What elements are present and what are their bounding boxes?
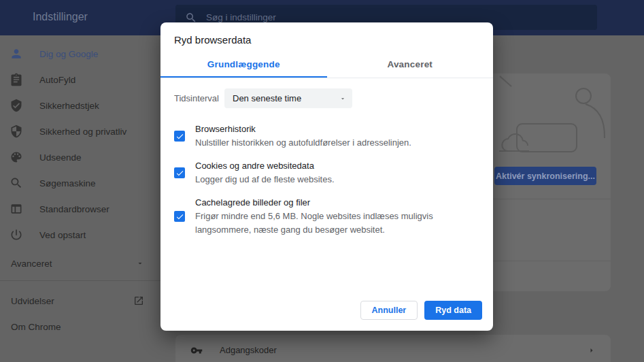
person-icon — [10, 47, 23, 61]
sidebar-divider — [0, 280, 163, 281]
time-range-value: Den seneste time — [233, 93, 301, 103]
sidebar-item-autofill[interactable]: AutoFyld — [0, 67, 163, 93]
cached-files-checkbox[interactable] — [174, 211, 185, 222]
cookies-row: Cookies og andre websitedata Logger dig … — [174, 159, 479, 186]
page-title: Indstillinger — [33, 11, 88, 23]
item-title: Browserhistorik — [195, 122, 411, 135]
sidebar-item-on-startup[interactable]: Ved opstart — [0, 222, 163, 248]
cookies-checkbox[interactable] — [174, 167, 185, 178]
cancel-button[interactable]: Annuller — [360, 301, 418, 320]
search-icon — [185, 12, 197, 24]
dialog-tabs: Grundlæggende Avanceret — [160, 53, 493, 78]
sidebar-item-search-engine[interactable]: Søgemaskine — [0, 170, 163, 196]
check-icon — [175, 169, 184, 178]
settings-sidebar: Dig og Google AutoFyld Sikkerhedstjek Si… — [0, 35, 163, 362]
item-description: Logger dig ud af de fleste websites. — [195, 173, 335, 186]
time-range-row: Tidsinterval Den seneste time — [174, 88, 479, 108]
search-engine-icon — [10, 176, 23, 190]
clear-data-button[interactable]: Ryd data — [424, 301, 482, 320]
check-icon — [175, 132, 184, 141]
privacy-shield-icon — [10, 125, 23, 138]
chevron-down-icon — [136, 259, 144, 267]
item-title: Cachelagrede billeder og filer — [195, 196, 467, 209]
item-description: Frigør mindre end 5,6 MB. Nogle websites… — [195, 210, 467, 237]
sidebar-item-safety-check[interactable]: Sikkerhedstjek — [0, 93, 163, 118]
sidebar-item-you-and-google[interactable]: Dig og Google — [0, 41, 163, 67]
chevron-right-icon — [588, 346, 596, 355]
passwords-label: Adgangskoder — [220, 345, 277, 355]
dialog-footer: Annuller Ryd data — [160, 291, 493, 331]
sidebar-item-privacy-security[interactable]: Sikkerhed og privatliv — [0, 118, 163, 144]
chrome-settings-screen: Indstillinger Søg i indstillinger Dig og… — [0, 0, 644, 362]
key-icon — [190, 344, 203, 357]
sync-illustration — [488, 73, 611, 162]
sidebar-item-default-browser[interactable]: Standardbrowser — [0, 196, 163, 222]
autofill-icon — [10, 73, 23, 86]
item-description: Nulstiller historikken og autofuldførels… — [195, 136, 411, 150]
passwords-row[interactable]: Adgangskoder — [175, 335, 611, 362]
item-title: Cookies og andre websitedata — [195, 159, 335, 172]
safety-check-icon — [10, 99, 23, 112]
dropdown-caret-icon — [339, 95, 346, 102]
cached-files-row: Cachelagrede billeder og filer Frigør mi… — [174, 196, 479, 237]
tab-advanced[interactable]: Avanceret — [327, 53, 494, 78]
tab-basic[interactable]: Grundlæggende — [160, 53, 327, 78]
palette-icon — [10, 150, 23, 164]
search-placeholder: Søg i indstillinger — [206, 12, 276, 22]
time-range-select[interactable]: Den seneste time — [224, 88, 352, 108]
dialog-title: Ryd browserdata — [160, 22, 493, 53]
sidebar-item-about-chrome[interactable]: Om Chrome — [0, 314, 163, 340]
browsing-history-row: Browserhistorik Nulstiller historikken o… — [174, 122, 479, 150]
sidebar-item-extensions[interactable]: Udvidelser — [0, 288, 163, 314]
check-icon — [175, 212, 184, 221]
time-range-label: Tidsinterval — [174, 93, 224, 103]
browsing-history-checkbox[interactable] — [174, 131, 185, 142]
sidebar-item-appearance[interactable]: Udseende — [0, 144, 163, 170]
external-link-icon — [133, 295, 144, 306]
power-icon — [10, 228, 23, 242]
clear-browsing-data-dialog: Ryd browserdata Grundlæggende Avanceret … — [160, 22, 493, 331]
sidebar-advanced-toggle[interactable]: Avanceret — [0, 250, 163, 276]
dialog-body: Tidsinterval Den seneste time Browserhis… — [160, 78, 493, 291]
browser-icon — [10, 202, 23, 216]
enable-sync-button[interactable]: Aktivér synkronisering... — [494, 167, 596, 185]
